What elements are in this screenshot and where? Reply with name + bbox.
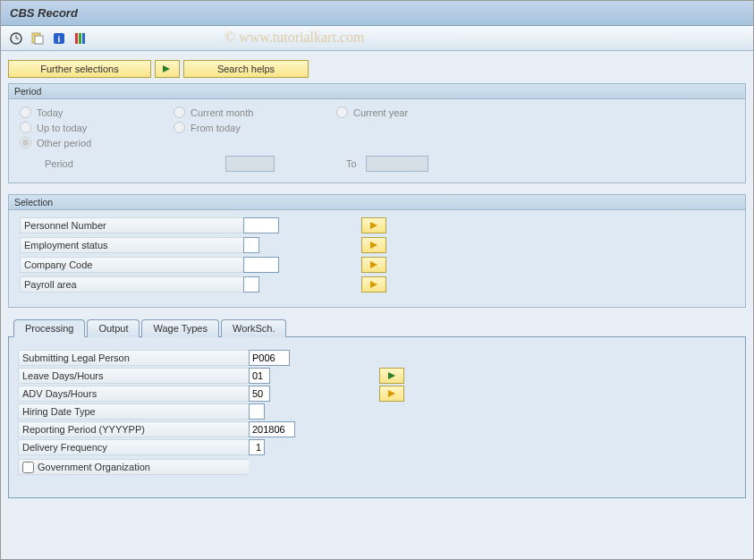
- company-code-label: Company Code: [20, 257, 243, 273]
- period-group-title: Period: [9, 84, 745, 99]
- radio-other-period[interactable]: Other period: [20, 137, 172, 148]
- tab-wage-types[interactable]: Wage Types: [141, 319, 219, 337]
- government-org-checkbox[interactable]: [22, 462, 34, 473]
- radio-from-today[interactable]: From today: [174, 122, 335, 133]
- svg-rect-8: [79, 33, 81, 44]
- tabstrip: Processing Output Wage Types WorkSch.: [8, 318, 746, 337]
- radio-current-month[interactable]: Current month: [174, 106, 335, 118]
- svg-marker-15: [388, 372, 395, 379]
- period-from-label: Period: [20, 158, 73, 169]
- payroll-area-input[interactable]: [243, 276, 259, 293]
- period-to-label: To: [346, 158, 357, 169]
- radio-current-year[interactable]: Current year: [336, 106, 470, 118]
- watermark-text: © www.tutorialkart.com: [225, 30, 364, 46]
- leave-days-hours-multi-button[interactable]: [379, 368, 404, 384]
- button-label: Further selections: [40, 64, 118, 74]
- arrow-right-icon: [368, 260, 380, 269]
- main-content: Further selections Search helps Period T…: [1, 51, 753, 505]
- arrow-right-icon: [368, 241, 380, 250]
- period-from-input[interactable]: [225, 156, 275, 172]
- leave-days-hours-input[interactable]: [249, 368, 270, 384]
- leave-days-hours-label: Leave Days/Hours: [18, 368, 249, 384]
- svg-marker-11: [370, 222, 377, 229]
- svg-marker-10: [163, 65, 170, 72]
- submitting-legal-person-input[interactable]: [249, 350, 290, 366]
- palette-icon[interactable]: [72, 30, 89, 47]
- radio-other-period-input[interactable]: [20, 137, 31, 148]
- reporting-period-input[interactable]: [249, 421, 295, 437]
- adv-days-hours-multi-button[interactable]: [379, 386, 404, 402]
- adv-days-hours-label: ADV Days/Hours: [18, 386, 249, 402]
- delivery-frequency-label: Delivery Frequency: [18, 439, 249, 455]
- company-code-input[interactable]: [243, 257, 279, 273]
- personnel-number-multi-button[interactable]: [361, 217, 386, 233]
- submitting-legal-person-label: Submitting Legal Person: [18, 350, 249, 366]
- period-dates-row: Period To: [20, 156, 734, 172]
- adv-days-hours-input[interactable]: [249, 386, 270, 402]
- employment-status-label: Employment status: [20, 237, 243, 253]
- tab-processing[interactable]: Processing: [13, 319, 85, 337]
- svg-marker-16: [388, 390, 395, 397]
- svg-marker-13: [370, 261, 377, 268]
- svg-text:i: i: [58, 34, 61, 44]
- arrow-right-icon: [161, 64, 174, 73]
- selection-buttons-row: Further selections Search helps: [8, 60, 746, 78]
- search-helps-toggle-button[interactable]: [155, 60, 180, 78]
- radio-from-today-input[interactable]: [174, 122, 185, 133]
- delivery-frequency-input[interactable]: [249, 439, 265, 455]
- employment-status-input[interactable]: [243, 237, 259, 253]
- app-toolbar: i © www.tutorialkart.com: [1, 26, 753, 51]
- personnel-number-input[interactable]: [243, 217, 279, 233]
- arrow-right-icon: [368, 280, 380, 289]
- search-helps-button[interactable]: Search helps: [183, 60, 309, 78]
- period-group: Period Today Current month Current year …: [8, 83, 746, 183]
- tab-output[interactable]: Output: [87, 319, 140, 337]
- period-to-input[interactable]: [366, 156, 428, 172]
- company-code-multi-button[interactable]: [361, 257, 386, 273]
- arrow-right-icon: [385, 389, 398, 398]
- execute-icon[interactable]: [8, 30, 24, 47]
- get-variant-icon[interactable]: [30, 30, 46, 47]
- svg-rect-9: [82, 33, 85, 44]
- arrow-right-icon: [368, 221, 380, 230]
- button-label: Search helps: [217, 64, 275, 74]
- selection-group: Selection Personnel Number Employment st…: [8, 194, 746, 308]
- radio-today[interactable]: Today: [20, 106, 172, 118]
- svg-rect-4: [35, 36, 43, 44]
- hiring-date-type-label: Hiring Date Type: [18, 403, 249, 420]
- personnel-number-label: Personnel Number: [20, 217, 243, 233]
- page-title: CBS Record: [10, 6, 78, 20]
- titlebar: CBS Record: [1, 1, 753, 26]
- radio-current-year-input[interactable]: [336, 106, 348, 118]
- svg-marker-14: [370, 281, 377, 288]
- info-icon[interactable]: i: [51, 30, 67, 47]
- radio-up-to-today-input[interactable]: [20, 122, 31, 133]
- reporting-period-label: Reporting Period (YYYYPP): [18, 421, 249, 437]
- payroll-area-label: Payroll area: [20, 276, 243, 293]
- government-org-label: Government Organization: [38, 462, 150, 472]
- further-selections-button[interactable]: Further selections: [8, 60, 151, 78]
- payroll-area-multi-button[interactable]: [361, 276, 386, 293]
- government-org-cell: Government Organization: [18, 459, 249, 475]
- radio-current-month-input[interactable]: [174, 106, 185, 118]
- svg-rect-7: [75, 33, 78, 44]
- selection-group-title: Selection: [9, 195, 745, 210]
- radio-up-to-today[interactable]: Up to today: [20, 122, 172, 133]
- radio-today-input[interactable]: [20, 106, 31, 118]
- svg-marker-12: [370, 242, 377, 249]
- processing-panel: Submitting Legal Person Leave Days/Hours…: [8, 337, 746, 498]
- employment-status-multi-button[interactable]: [361, 237, 386, 253]
- hiring-date-type-input[interactable]: [249, 403, 265, 420]
- tab-worksch[interactable]: WorkSch.: [221, 319, 286, 337]
- arrow-right-icon: [385, 371, 398, 380]
